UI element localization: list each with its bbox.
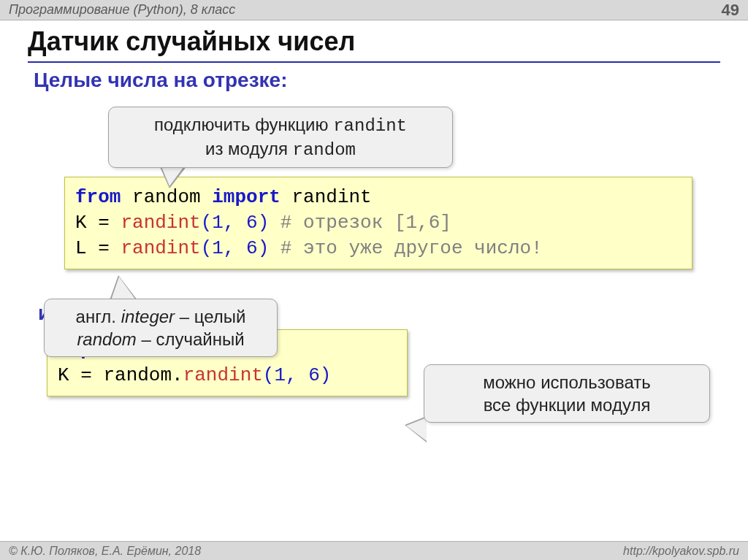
callout-all-functions: можно использовать все функции модуля xyxy=(424,364,710,423)
kw-import: import xyxy=(212,186,280,208)
callout-mono: random xyxy=(293,140,356,160)
callout-ital: integer xyxy=(121,307,175,326)
callout-tail xyxy=(406,418,427,441)
slide-header: Программирование (Python), 8 класс 49 xyxy=(0,0,748,20)
callout-ital: random xyxy=(77,329,136,349)
code-text: randint xyxy=(280,186,372,208)
code-text: K = xyxy=(75,212,121,234)
args: (1, 6) xyxy=(263,364,332,386)
section1-heading: Целые числа на отрезке: xyxy=(34,69,720,92)
callout-text: англ. xyxy=(76,307,121,326)
code-text: K = xyxy=(58,364,103,386)
footer-url: http://kpolyakov.spb.ru xyxy=(623,545,739,558)
code-text: random. xyxy=(103,364,183,386)
comment: # отрезок [1,6] xyxy=(269,212,451,234)
callout-mono: randint xyxy=(333,116,407,136)
page-number: 49 xyxy=(722,1,739,20)
callout-text: из модуля xyxy=(205,139,293,158)
callout-text: – случайный xyxy=(137,329,245,349)
course-label: Программирование (Python), 8 класс xyxy=(9,2,235,18)
code-block-1: from random import randint K = randint(1… xyxy=(64,177,692,269)
callout-text: подключить функцию xyxy=(154,115,333,134)
slide-footer: © К.Ю. Поляков, Е.А. Ерёмин, 2018 http:/… xyxy=(0,541,748,560)
callout-tail xyxy=(111,277,136,300)
comment: # это уже другое число! xyxy=(269,237,542,259)
kw-from: from xyxy=(75,186,121,208)
fn-randint: randint xyxy=(183,364,263,386)
args: (1, 6) xyxy=(201,237,270,259)
callout-text: все функции модуля xyxy=(484,395,651,415)
code-text: random xyxy=(121,186,212,208)
callout-text: – целый xyxy=(175,307,245,326)
args: (1, 6) xyxy=(201,212,270,234)
fn-randint: randint xyxy=(121,212,200,234)
callout-connect: подключить функцию randint из модуля ran… xyxy=(108,107,453,168)
fn-randint: randint xyxy=(121,237,200,259)
callout-text: можно использовать xyxy=(483,372,651,392)
copyright-text: © К.Ю. Поляков, Е.А. Ерёмин, 2018 xyxy=(9,545,201,558)
slide-title: Датчик случайных чисел xyxy=(28,26,720,63)
code-text: L = xyxy=(75,237,121,259)
callout-integer: англ. integer – целый random – случайный xyxy=(44,299,278,357)
